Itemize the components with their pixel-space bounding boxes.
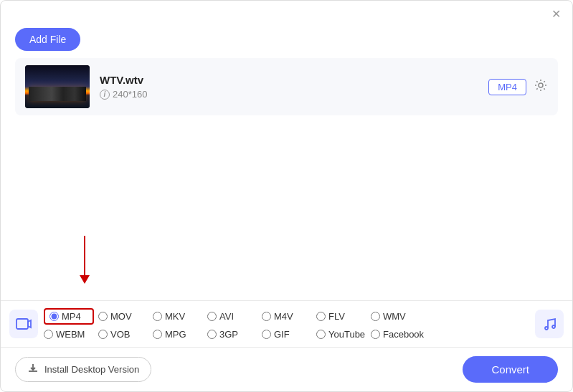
format-option-avi[interactable]: AVI (207, 311, 257, 322)
format-radio-facebook[interactable] (371, 330, 380, 339)
close-button[interactable]: ✕ (549, 8, 562, 21)
format-option-youtube[interactable]: YouTube (316, 329, 366, 340)
format-bar: MP4 MOV MKV AVI M4V (1, 300, 572, 348)
format-option-3gp[interactable]: 3GP (207, 329, 257, 340)
format-label-facebook: Facebook (383, 329, 424, 340)
format-label-youtube: YouTube (328, 329, 365, 340)
install-label: Install Desktop Version (44, 364, 139, 375)
info-icon: i (100, 90, 110, 100)
video-tab-icon[interactable] (9, 310, 38, 338)
format-label-avi: AVI (219, 311, 234, 322)
format-label-flv: FLV (328, 311, 345, 322)
format-label-vob: VOB (110, 329, 130, 340)
format-option-mov[interactable]: MOV (98, 311, 148, 322)
svg-point-2 (545, 327, 548, 330)
toolbar: Add File (1, 25, 572, 58)
format-label-webm: WEBM (56, 329, 85, 340)
close-icon: ✕ (551, 9, 561, 20)
format-radio-vob[interactable] (98, 330, 108, 339)
format-option-webm[interactable]: WEBM (44, 329, 94, 340)
gear-icon (534, 78, 548, 96)
title-bar: ✕ (1, 1, 572, 25)
settings-button[interactable] (534, 78, 548, 96)
format-options: MP4 MOV MKV AVI M4V (44, 308, 529, 340)
music-tab-icon[interactable] (535, 310, 564, 338)
format-label-gif: GIF (274, 329, 290, 340)
format-radio-flv[interactable] (316, 312, 326, 321)
bottom-bar: Install Desktop Version Convert (1, 348, 572, 391)
format-label-mp4: MP4 (62, 311, 81, 322)
format-option-flv[interactable]: FLV (316, 311, 366, 322)
arrow-line (84, 236, 85, 275)
format-radio-mkv[interactable] (153, 312, 162, 321)
format-option-mpg[interactable]: MPG (153, 329, 203, 340)
download-icon (27, 363, 39, 376)
file-list: WTV.wtv i 240*160 MP4 (1, 58, 572, 229)
main-window: ✕ Add File WTV.wtv i 240*160 MP4 (0, 0, 573, 392)
file-info: WTV.wtv i 240*160 (100, 74, 478, 100)
file-actions: MP4 (488, 78, 548, 96)
format-option-facebook[interactable]: Facebook (371, 329, 424, 340)
format-radio-avi[interactable] (207, 312, 217, 321)
file-item: WTV.wtv i 240*160 MP4 (15, 58, 558, 115)
format-label-wmv: WMV (383, 311, 406, 322)
file-thumbnail (25, 65, 90, 108)
format-radio-mpg[interactable] (153, 330, 162, 339)
format-option-gif[interactable]: GIF (262, 329, 312, 340)
install-desktop-button[interactable]: Install Desktop Version (15, 357, 151, 382)
format-radio-3gp[interactable] (207, 330, 217, 339)
convert-button[interactable]: Convert (463, 356, 558, 383)
format-radio-gif[interactable] (262, 330, 271, 339)
format-option-mkv[interactable]: MKV (153, 311, 203, 322)
format-label-m4v: M4V (274, 311, 293, 322)
format-label-mov: MOV (110, 311, 132, 322)
format-label-mkv: MKV (165, 311, 185, 322)
format-radio-m4v[interactable] (262, 312, 271, 321)
file-meta: i 240*160 (100, 89, 478, 100)
format-option-wmv[interactable]: WMV (371, 311, 421, 322)
format-radio-wmv[interactable] (371, 312, 380, 321)
add-file-button[interactable]: Add File (15, 28, 80, 51)
format-row-2: WEBM VOB MPG 3GP GIF (44, 329, 529, 340)
svg-point-3 (552, 325, 555, 328)
arrow-head (80, 275, 90, 284)
format-radio-mp4[interactable] (49, 312, 59, 321)
format-row-1: MP4 MOV MKV AVI M4V (44, 308, 529, 325)
svg-rect-1 (16, 319, 28, 329)
format-label-3gp: 3GP (219, 329, 238, 340)
format-option-mp4[interactable]: MP4 (44, 308, 94, 325)
svg-point-0 (539, 83, 543, 87)
file-resolution: 240*160 (113, 89, 147, 100)
arrow-area (1, 229, 572, 300)
file-name: WTV.wtv (100, 74, 478, 86)
format-radio-youtube[interactable] (316, 330, 326, 339)
format-option-vob[interactable]: VOB (98, 329, 148, 340)
format-radio-webm[interactable] (44, 330, 53, 339)
format-badge-button[interactable]: MP4 (488, 79, 526, 95)
arrow-indicator (80, 236, 90, 284)
format-option-m4v[interactable]: M4V (262, 311, 312, 322)
format-radio-mov[interactable] (98, 312, 108, 321)
format-label-mpg: MPG (165, 329, 186, 340)
